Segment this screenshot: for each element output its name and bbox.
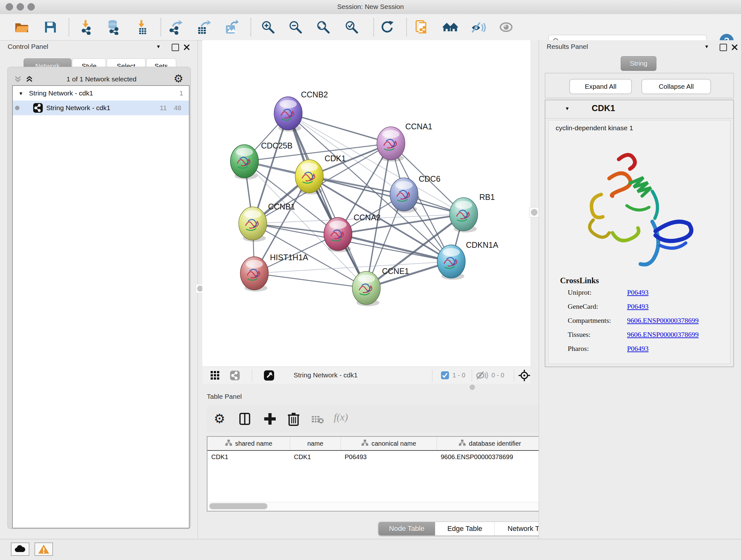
- apply-layout-button[interactable]: [380, 19, 395, 35]
- crosslink-link[interactable]: P06493: [627, 345, 649, 353]
- network-canvas[interactable]: CCNB2CCNA1CDC25BCDK1CDC6RB1CCNB1CCNA2CDK…: [202, 40, 530, 367]
- column-label: shared name: [235, 440, 273, 447]
- hide-show-button[interactable]: [471, 19, 486, 35]
- crosslink-link[interactable]: 9606.ENSP00000378699: [627, 316, 698, 325]
- cell-name[interactable]: CDK1: [290, 451, 341, 464]
- cloud-status-button[interactable]: [11, 543, 29, 556]
- detach-view-icon[interactable]: [264, 370, 274, 381]
- collapse-all-button[interactable]: Collapse All: [642, 79, 711, 94]
- scrollbar-thumb[interactable]: [209, 503, 267, 509]
- zoom-selected-button[interactable]: [344, 19, 359, 35]
- network-collection-label: String Network - cdk1: [29, 89, 93, 97]
- float-panel-icon[interactable]: [720, 44, 727, 51]
- warnings-button[interactable]: [35, 543, 53, 556]
- network-node-CDC6[interactable]: [390, 178, 418, 212]
- network-node-CCNA1[interactable]: [377, 127, 405, 162]
- column-header-name[interactable]: name: [290, 437, 341, 450]
- network-node-CCNA2[interactable]: [324, 217, 352, 252]
- hidden-eye-slash-icon[interactable]: [476, 371, 488, 380]
- network-selection-status: 1 of 1 Network selected: [38, 75, 165, 83]
- close-panel-icon[interactable]: [731, 44, 738, 51]
- import-table-button[interactable]: [135, 19, 150, 35]
- toolbar-separator: [374, 18, 374, 36]
- first-neighbors-button[interactable]: [443, 19, 458, 35]
- results-entry-cdk1: ▼ CDK1 cyclin-dependent kinase 1: [545, 100, 734, 367]
- cell-canonical-name[interactable]: P06493: [341, 451, 437, 464]
- collapse-all-networks-icon[interactable]: [13, 75, 22, 84]
- cell-shared-name[interactable]: CDK1: [207, 451, 290, 464]
- splitter-dot-icon: [470, 385, 475, 390]
- network-node-CDKN1A[interactable]: [437, 245, 465, 280]
- network-graph[interactable]: CCNB2CCNA1CDC25BCDK1CDC6RB1CCNB1CCNA2CDK…: [202, 40, 530, 367]
- shared-column-icon: [361, 439, 368, 448]
- crosslink-row: Uniprot:P06493: [568, 288, 727, 297]
- main-toolbar: ?: [0, 14, 741, 41]
- node-label-CDC25B: CDC25B: [261, 141, 293, 150]
- expand-all-networks-icon[interactable]: [25, 75, 34, 84]
- column-header-canonical-name[interactable]: canonical name: [341, 437, 437, 450]
- save-session-button[interactable]: [43, 19, 58, 35]
- network-node-HIST1H1A[interactable]: [240, 257, 268, 292]
- import-network-button[interactable]: [79, 19, 94, 35]
- window-title: Session: New Session: [0, 3, 741, 10]
- delete-table-icon: [312, 415, 324, 424]
- table-settings-gear-icon[interactable]: ⚙: [214, 411, 225, 426]
- network-node-CCNB2[interactable]: [274, 97, 302, 132]
- zoom-fit-icon: [316, 19, 331, 35]
- network-node-CDK1[interactable]: [295, 160, 323, 194]
- network-tree-child-row[interactable]: String Network - cdk1 11 48: [13, 101, 189, 115]
- network-node-CCNB1[interactable]: [239, 207, 267, 242]
- add-column-icon[interactable]: [264, 413, 276, 425]
- results-panel-title: Results Panel: [547, 43, 588, 51]
- status-bar: Memory: [0, 539, 741, 560]
- cell-database-identifier[interactable]: 9606.ENSP00000378699: [437, 451, 543, 464]
- zoom-fit-button[interactable]: [316, 19, 331, 35]
- delete-column-trash-icon[interactable]: [287, 412, 300, 426]
- show-columns-icon[interactable]: [239, 413, 252, 425]
- import-network-from-database-button[interactable]: [106, 19, 121, 35]
- tab-node-table[interactable]: Node Table: [379, 522, 435, 536]
- collapse-panel-icon[interactable]: ▼: [704, 44, 709, 49]
- column-header-database-identifier[interactable]: database identifier: [437, 437, 543, 450]
- export-table-button[interactable]: [196, 19, 211, 35]
- float-panel-icon[interactable]: [172, 44, 179, 51]
- export-image-button[interactable]: [223, 19, 239, 35]
- right-splitter-handle[interactable]: [529, 207, 539, 217]
- expand-all-button[interactable]: Expand All: [569, 79, 632, 94]
- duplicate-network-button[interactable]: [414, 19, 429, 35]
- crosslink-label: GeneCard:: [568, 302, 627, 311]
- tree-expand-icon[interactable]: ▼: [18, 91, 23, 96]
- collapse-panel-icon[interactable]: ▼: [156, 44, 161, 49]
- crosslink-link[interactable]: 9606.ENSP00000378699: [627, 330, 698, 339]
- divider: [545, 118, 733, 118]
- network-node-RB1[interactable]: [450, 198, 478, 233]
- entry-collapse-icon[interactable]: ▼: [565, 106, 569, 111]
- zoom-out-button[interactable]: [288, 19, 303, 35]
- export-network-button[interactable]: [167, 19, 183, 35]
- fit-content-crosshair-icon[interactable]: [518, 369, 530, 381]
- crosslink-link[interactable]: P06493: [627, 302, 649, 311]
- column-header-shared-name[interactable]: shared name: [207, 437, 290, 450]
- network-view-toolbar: String Network - cdk1 1 - 0 0 - 0: [202, 367, 530, 384]
- save-icon: [44, 20, 57, 34]
- network-list-header: 1 of 1 Network selected ⚙: [12, 73, 190, 86]
- tab-string[interactable]: String: [621, 56, 657, 71]
- open-session-button[interactable]: [14, 19, 29, 35]
- network-node-CDC25B[interactable]: [230, 145, 259, 179]
- toolbar-separator: [69, 18, 69, 36]
- show-graphics-button[interactable]: [498, 19, 514, 35]
- selected-checkbox[interactable]: [441, 371, 449, 379]
- table-tabs: Node Table Edge Table Network Table: [378, 522, 565, 536]
- crosslink-label: Compartments:: [568, 316, 627, 325]
- tab-edge-table[interactable]: Edge Table: [435, 522, 494, 536]
- function-builder-icon: f(x): [334, 411, 348, 423]
- crosslink-link[interactable]: P06493: [627, 288, 649, 297]
- network-tree-root-row[interactable]: ▼ String Network - cdk1 1: [13, 86, 189, 101]
- network-options-gear-icon[interactable]: ⚙: [174, 72, 183, 85]
- network-node-CCNE1[interactable]: [352, 271, 381, 306]
- network-view-icon[interactable]: [230, 370, 240, 381]
- zoom-in-button[interactable]: [260, 19, 276, 35]
- close-panel-icon[interactable]: [183, 44, 190, 51]
- network-icon: [33, 103, 43, 113]
- grid-view-icon[interactable]: [211, 371, 219, 380]
